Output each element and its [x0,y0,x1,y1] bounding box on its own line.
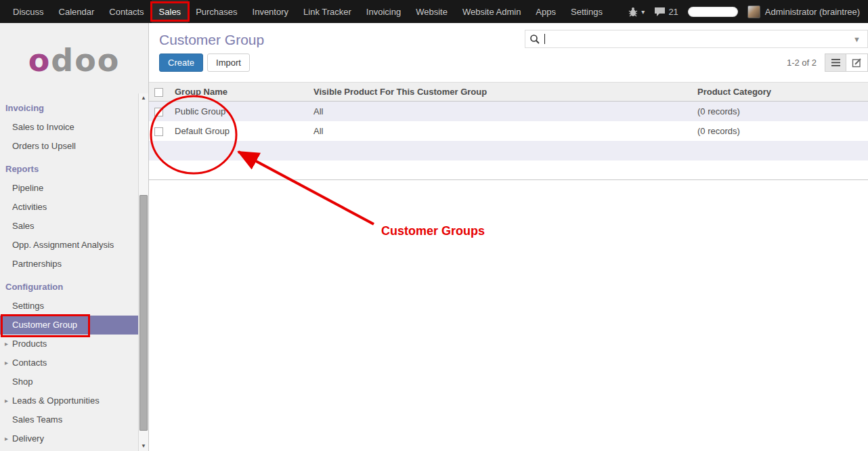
table-row[interactable]: Default Group All (0 records) [149,121,868,141]
col-header-group-name[interactable]: Group Name [169,83,308,102]
expand-arrow-icon: ▸ [5,429,8,448]
sidebar-nav: Invoicing Sales to Invoice Orders to Ups… [0,98,139,448]
menu-item-purchases[interactable]: Purchases [188,0,244,23]
main-content: Customer Group ▼ Create Import 1-2 of 2 [149,23,868,451]
menu-item-link-tracker[interactable]: Link Tracker [296,0,359,23]
form-view-button[interactable] [846,53,868,72]
list-view-button[interactable] [825,53,846,72]
sidebar-item-sales-teams[interactable]: Sales Teams [0,410,139,429]
scroll-down-icon[interactable]: ▼ [139,442,148,451]
view-switcher [825,53,868,72]
search-icon [529,34,540,45]
cell-product-category[interactable]: (0 records) [692,121,868,141]
sidebar-item-settings[interactable]: Settings [0,297,139,316]
sidebar-item-shop[interactable]: Shop [0,372,139,391]
search-input[interactable] [545,31,850,47]
scroll-up-icon[interactable]: ▲ [139,93,148,103]
list-icon [831,58,841,67]
sidebar-item-orders-to-upsell[interactable]: Orders to Upsell [0,137,139,156]
odoo-logo[interactable]: odoo [0,23,148,98]
sidebar-item-sales[interactable]: Sales [0,217,139,236]
cell-product-category[interactable]: (0 records) [692,102,868,121]
sidebar-scrollbar[interactable]: ▲ ▼ [138,93,148,451]
progress-pill[interactable] [688,7,738,17]
customer-group-table: Group Name Visible Product For This Cust… [149,82,868,180]
sidebar-section-configuration: Configuration Settings Customer Group ▸P… [0,278,139,448]
topbar-right-tools: ▾ 21 Administrator (braintree) [628,0,868,23]
menu-item-settings[interactable]: Settings [563,0,610,23]
pager-area: 1-2 of 2 [787,53,868,72]
bug-icon [628,6,638,17]
cell-visible-product[interactable]: All [308,121,692,141]
avatar [747,5,760,18]
sidebar-item-opp-assignment-analysis[interactable]: Opp. Assignment Analysis [0,236,139,255]
pager-text: 1-2 of 2 [787,58,817,68]
sidebar-item-customer-group[interactable]: Customer Group [0,316,139,335]
sidebar-item-partnerships[interactable]: Partnerships [0,255,139,274]
row-select-cell [149,102,169,121]
messages-menu[interactable]: 21 [654,7,678,17]
section-header-reports: Reports [0,160,139,179]
sidebar-item-sales-to-invoice[interactable]: Sales to Invoice [0,118,139,137]
row-select-cell [149,121,169,141]
sidebar-item-pipeline[interactable]: Pipeline [0,179,139,198]
select-all-checkbox[interactable] [154,88,163,97]
sidebar-item-contacts[interactable]: ▸Contacts [0,353,139,372]
cell-group-name[interactable]: Default Group [169,121,308,141]
menu-item-sales[interactable]: Sales [152,0,189,23]
row-checkbox[interactable] [154,127,163,136]
cell-visible-product[interactable]: All [308,102,692,121]
create-button[interactable]: Create [159,53,203,72]
col-header-product-category[interactable]: Product Category [692,83,868,102]
sidebar-item-delivery[interactable]: ▸Delivery [0,429,139,448]
search-dropdown-icon[interactable]: ▼ [850,35,863,43]
app-window: Discuss Calendar Contacts Sales Purchase… [0,0,868,451]
chevron-down-icon: ▾ [641,8,645,16]
cell-group-name[interactable]: Public Group [169,102,308,121]
menu-item-website[interactable]: Website [408,0,455,23]
import-button[interactable]: Import [207,53,250,72]
top-navbar: Discuss Calendar Contacts Sales Purchase… [0,0,868,23]
section-header-configuration: Configuration [0,278,139,297]
menu-item-inventory[interactable]: Inventory [245,0,296,23]
sidebar-section-invoicing: Invoicing Sales to Invoice Orders to Ups… [0,99,139,156]
select-all-cell [149,83,169,102]
page-title: Customer Group [159,32,264,48]
edit-form-icon [852,58,862,68]
section-header-invoicing: Invoicing [0,99,139,118]
control-panel: Customer Group ▼ [149,23,868,48]
col-header-visible-product[interactable]: Visible Product For This Customer Group [308,83,692,102]
sidebar-item-leads-opportunities[interactable]: ▸Leads & Opportunities [0,391,139,410]
menu-item-apps[interactable]: Apps [528,0,563,23]
user-name: Administrator (braintree) [765,7,860,17]
sidebar-section-reports: Reports Pipeline Activities Sales Opp. A… [0,160,139,274]
filler-row [149,160,868,180]
odoo-logo-text: odoo [28,45,121,76]
action-bar: Create Import 1-2 of 2 [149,48,868,72]
sidebar-item-activities[interactable]: Activities [0,198,139,217]
search-box[interactable]: ▼ [525,30,868,48]
row-checkbox[interactable] [154,108,163,116]
menu-item-discuss[interactable]: Discuss [5,0,51,23]
top-menu: Discuss Calendar Contacts Sales Purchase… [0,0,610,23]
user-menu[interactable]: Administrator (braintree) [747,5,860,18]
menu-item-website-admin[interactable]: Website Admin [455,0,528,23]
sidebar-item-products[interactable]: ▸Products [0,335,139,353]
filler-row [149,141,868,160]
menu-item-contacts[interactable]: Contacts [102,0,151,23]
sidebar: odoo Invoicing Sales to Invoice Orders t… [0,23,149,451]
debug-menu[interactable]: ▾ [628,6,645,17]
table-header-row: Group Name Visible Product For This Cust… [149,83,868,102]
table-row[interactable]: Public Group All (0 records) [149,102,868,121]
body-wrap: odoo Invoicing Sales to Invoice Orders t… [0,23,868,451]
expand-arrow-icon: ▸ [5,391,8,410]
expand-arrow-icon: ▸ [5,353,8,372]
scrollbar-thumb[interactable] [139,195,148,431]
menu-item-calendar[interactable]: Calendar [51,0,102,23]
expand-arrow-icon: ▸ [5,335,8,353]
menu-item-invoicing[interactable]: Invoicing [359,0,408,23]
messages-count: 21 [668,7,678,17]
chat-bubble-icon [654,7,666,17]
